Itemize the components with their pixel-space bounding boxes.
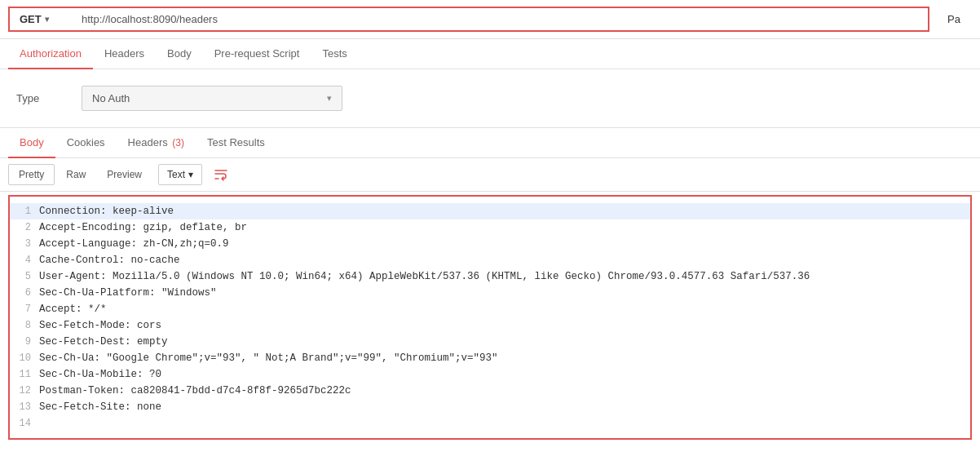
code-line: 12Postman-Token: ca820841-7bdd-d7c4-8f8f…	[10, 383, 970, 399]
wrap-icon[interactable]	[207, 163, 235, 186]
line-number: 10	[10, 350, 39, 366]
format-value: Text	[167, 169, 185, 180]
tab-body[interactable]: Body	[156, 39, 203, 69]
line-content: Postman-Token: ca820841-7bdd-d7c4-8f8f-9…	[39, 383, 351, 399]
response-tab-test-results[interactable]: Test Results	[196, 128, 276, 158]
line-content: User-Agent: Mozilla/5.0 (Windows NT 10.0…	[39, 268, 810, 285]
url-input[interactable]	[73, 7, 929, 32]
tab-tests[interactable]: Tests	[311, 39, 358, 69]
code-line: 8Sec-Fetch-Mode: cors	[10, 317, 970, 334]
auth-type-row: Type No Auth ▾	[0, 69, 980, 127]
line-content: Sec-Fetch-Mode: cors	[39, 317, 161, 334]
code-line: 4Cache-Control: no-cache	[10, 252, 970, 268]
line-number: 12	[10, 383, 39, 399]
headers-badge: (3)	[172, 137, 184, 148]
code-line: 14	[10, 415, 970, 432]
view-tab-preview[interactable]: Preview	[97, 165, 152, 184]
response-section: Body Cookies Headers (3) Test Results Pr…	[0, 127, 980, 440]
view-tab-pretty[interactable]: Pretty	[8, 164, 55, 185]
code-line: 13Sec-Fetch-Site: none	[10, 399, 970, 415]
code-line: 9Sec-Fetch-Dest: empty	[10, 334, 970, 350]
auth-type-select[interactable]: No Auth ▾	[82, 86, 342, 111]
line-number: 14	[10, 415, 39, 432]
response-tabs: Body Cookies Headers (3) Test Results	[0, 128, 980, 158]
method-selector[interactable]: GET ▾	[8, 7, 73, 32]
view-tab-raw[interactable]: Raw	[56, 165, 95, 184]
line-number: 4	[10, 252, 39, 268]
code-body: 1Connection: keep-alive2Accept-Encoding:…	[8, 195, 972, 440]
line-number: 1	[10, 203, 39, 219]
method-chevron-icon: ▾	[45, 15, 49, 24]
view-tabs: Pretty Raw Preview Text ▾	[0, 158, 980, 192]
line-content: Sec-Fetch-Site: none	[39, 399, 161, 415]
request-tabs: Authorization Headers Body Pre-request S…	[0, 39, 980, 69]
send-button[interactable]: Pa	[936, 8, 972, 30]
line-number: 13	[10, 399, 39, 415]
code-line: 10Sec-Ch-Ua: "Google Chrome";v="93", " N…	[10, 350, 970, 366]
method-label: GET	[20, 13, 42, 25]
tab-authorization[interactable]: Authorization	[8, 39, 93, 69]
tab-headers[interactable]: Headers	[93, 39, 156, 69]
code-line: 11Sec-Ch-Ua-Mobile: ?0	[10, 366, 970, 383]
line-content: Accept-Language: zh-CN,zh;q=0.9	[39, 236, 229, 252]
line-number: 6	[10, 285, 39, 301]
line-content: Sec-Ch-Ua-Mobile: ?0	[39, 366, 161, 383]
line-number: 7	[10, 301, 39, 317]
code-line: 3Accept-Language: zh-CN,zh;q=0.9	[10, 236, 970, 252]
line-content: Sec-Ch-Ua-Platform: "Windows"	[39, 285, 217, 301]
response-tab-body[interactable]: Body	[8, 128, 55, 158]
code-line: 5User-Agent: Mozilla/5.0 (Windows NT 10.…	[10, 268, 970, 285]
line-content: Sec-Ch-Ua: "Google Chrome";v="93", " Not…	[39, 350, 498, 366]
auth-type-chevron-icon: ▾	[327, 93, 332, 104]
format-chevron-icon: ▾	[188, 169, 193, 180]
line-content: Sec-Fetch-Dest: empty	[39, 334, 168, 350]
line-content: Cache-Control: no-cache	[39, 252, 180, 268]
type-label: Type	[16, 92, 65, 104]
code-line: 2Accept-Encoding: gzip, deflate, br	[10, 219, 970, 236]
line-number: 9	[10, 334, 39, 350]
code-line: 7Accept: */*	[10, 301, 970, 317]
auth-type-value: No Auth	[92, 92, 130, 104]
line-number: 8	[10, 317, 39, 334]
response-tab-cookies[interactable]: Cookies	[55, 128, 117, 158]
tab-pre-request-script[interactable]: Pre-request Script	[203, 39, 311, 69]
code-line: 1Connection: keep-alive	[10, 203, 970, 219]
line-number: 5	[10, 268, 39, 285]
url-bar: GET ▾ Pa	[0, 0, 980, 39]
line-content: Accept: */*	[39, 301, 107, 317]
code-line: 6Sec-Ch-Ua-Platform: "Windows"	[10, 285, 970, 301]
line-content: Connection: keep-alive	[39, 203, 174, 219]
response-tab-headers[interactable]: Headers (3)	[117, 128, 196, 158]
line-number: 2	[10, 219, 39, 236]
line-number: 11	[10, 366, 39, 383]
line-content: Accept-Encoding: gzip, deflate, br	[39, 219, 247, 236]
format-select[interactable]: Text ▾	[158, 164, 202, 185]
line-number: 3	[10, 236, 39, 252]
